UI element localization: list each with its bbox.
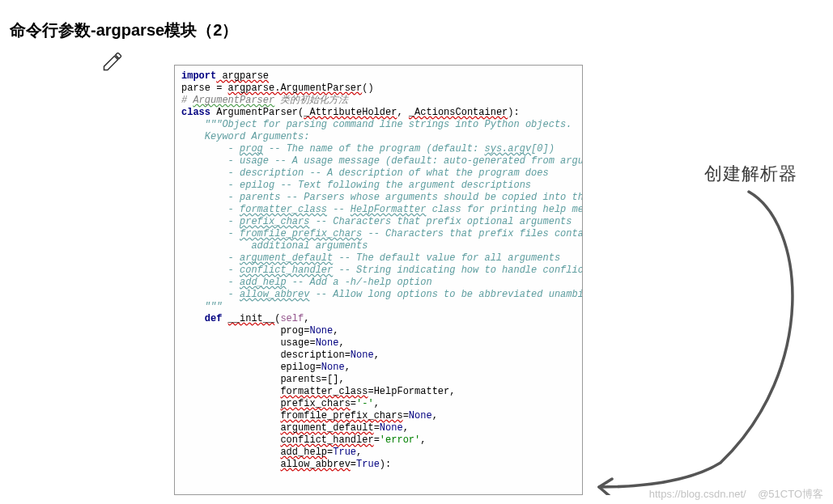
param: usage= (181, 337, 316, 349)
param (181, 422, 280, 434)
docstring: - epilog -- Text following the argument … (181, 180, 531, 191)
doc-param: conflict_handler (240, 265, 333, 276)
param (181, 410, 280, 421)
sep: , (333, 325, 338, 337)
sep: , (345, 362, 351, 373)
docstring: - (181, 265, 240, 276)
docstring: - description -- A description of what t… (181, 167, 549, 179)
docstring: class for printing help messages (426, 204, 583, 215)
paren: ): (508, 107, 519, 118)
kw-class: class (181, 107, 216, 118)
param-name: fromfile_prefix_chars (280, 410, 402, 421)
true: True (333, 447, 356, 458)
docstring: """ (181, 119, 222, 130)
docstring: -- Characters that prefix optional argum… (309, 216, 572, 227)
param-name: prefix_chars (280, 398, 350, 409)
param: prog= (181, 325, 309, 337)
param-val: =HelpFormatter, (368, 386, 455, 397)
none: None (316, 337, 339, 349)
doc-param: formatter_class (240, 204, 327, 215)
close: ): (380, 459, 391, 470)
docstring: - (181, 204, 240, 215)
docstring: -- (327, 204, 351, 215)
param (181, 459, 280, 470)
def-name: __init__ (228, 313, 275, 324)
sep: , (304, 313, 309, 324)
true: True (356, 459, 380, 470)
docstring: - usage -- A usage message (default: aut… (181, 155, 583, 167)
class-base: _AttributeHolder (304, 107, 397, 118)
docstring: - (181, 216, 240, 227)
param (181, 398, 280, 409)
code-snippet: import argparse parse = argparse.Argumen… (174, 65, 583, 495)
sep: , (356, 447, 362, 458)
doc-id: HelpFormatter (351, 204, 427, 215)
param-name: allow_abbrev (280, 459, 350, 470)
param-name: formatter_class (280, 386, 368, 397)
code-line: parse = (181, 83, 228, 94)
class-name: ArgumentParser (216, 107, 298, 118)
sep: , (397, 107, 408, 118)
none: None (409, 410, 432, 421)
param-name: argument_default (280, 422, 373, 434)
param-name: add_help (280, 447, 327, 458)
param: parents=[], (181, 374, 345, 385)
str: '-' (356, 398, 374, 409)
eq: = (374, 434, 380, 446)
docstring: """ (181, 301, 222, 312)
sep: , (374, 398, 380, 409)
docstring: - (181, 252, 240, 264)
param (181, 447, 280, 458)
docstring: -- The name of the program (default: (263, 143, 485, 155)
param (181, 386, 280, 397)
watermark-text: @51CTO博客 (758, 488, 823, 500)
kw-def: def (181, 313, 228, 324)
pencil-icon (101, 50, 124, 73)
class-base: _ActionsContainer (409, 107, 508, 118)
kw-import: import (181, 70, 216, 82)
comment-id: ArgumentParser (193, 95, 274, 106)
watermark-url: https://blog.csdn.net/ (649, 488, 746, 500)
page-title: 命令行参数-argparse模块（2） (10, 19, 238, 41)
docstring: - (181, 143, 240, 155)
none: None (321, 362, 345, 373)
watermark: https://blog.csdn.net/ @51CTO博客 (649, 487, 823, 502)
eq: = (351, 398, 356, 409)
none: None (380, 422, 403, 434)
docstring: - parents -- Parsers whose arguments sho… (181, 192, 583, 203)
annotation-label: 创建解析器 (704, 162, 797, 186)
none: None (309, 325, 333, 337)
self: self (280, 313, 304, 324)
doc-id: sys.argv (484, 143, 531, 155)
docstring: - (181, 228, 240, 239)
docstring: - (181, 289, 240, 300)
sep: , (374, 349, 380, 361)
docstring: -- Characters that prefix files containi… (362, 228, 583, 239)
docstring: -- String indicating how to handle confl… (333, 265, 583, 276)
arrow-icon (591, 188, 826, 495)
eq: = (374, 422, 380, 434)
comment: 类的初始化方法 (274, 95, 348, 106)
id-argparse: argparse (216, 70, 269, 82)
sep: , (403, 422, 409, 434)
doc-param: add_help (240, 277, 287, 288)
comment: # (181, 95, 193, 106)
doc-param: argument_default (240, 252, 333, 264)
param-name: conflict_handler (280, 434, 373, 446)
docstring: Keyword Arguments: (181, 131, 309, 142)
paren: () (362, 83, 373, 94)
param: description= (181, 349, 351, 361)
param (181, 434, 280, 446)
doc-param: prefix_chars (240, 216, 309, 227)
docstring: - (181, 277, 240, 288)
str: 'error' (380, 434, 420, 446)
doc-param: allow_abbrev (240, 289, 309, 300)
docstring: Object for parsing command line strings … (222, 119, 572, 130)
param: epilog= (181, 362, 321, 373)
doc-param: fromfile_prefix_chars (240, 228, 362, 239)
docstring: -- Allow long options to be abbreviated … (309, 289, 583, 300)
docstring: -- Add a -h/-help option (287, 277, 432, 288)
docstring: additional arguments (181, 240, 368, 252)
docstring: -- The default value for all arguments (333, 252, 560, 264)
sep: , (420, 434, 426, 446)
